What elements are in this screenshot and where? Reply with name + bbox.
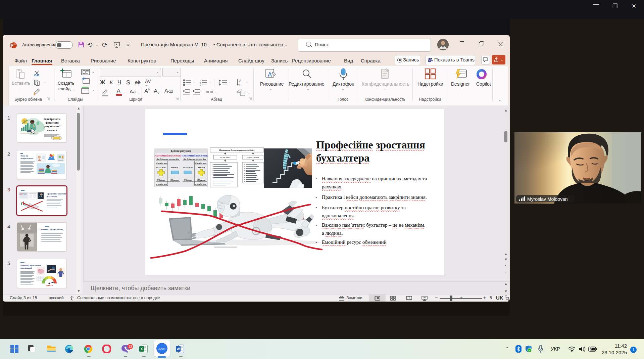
svg-text:13: 13 (128, 345, 132, 349)
svg-text:Оборот: Оборот (184, 179, 192, 181)
svg-text:Технічна сторона обліку: Технічна сторона обліку (39, 228, 63, 230)
svg-text:Сальдо поч.: Сальдо поч. (156, 162, 168, 164)
svg-text:Тема та: Тема та (20, 154, 29, 157)
svg-text:важливості: важливості (20, 267, 32, 269)
svg-text:zoom: zoom (158, 347, 165, 350)
svg-text:бухгалтера: бухгалтера (47, 195, 57, 197)
svg-text:ПАСИВНИЙ РАХУНОК: ПАСИВНИЙ РАХУНОК (182, 154, 208, 157)
svg-text:W: W (177, 347, 180, 351)
svg-text:Професійне зростання: Професійне зростання (47, 193, 66, 195)
svg-text:Сальдо кін.: Сальдо кін. (156, 183, 167, 185)
svg-text:Принципи бухгалтерського облік: Принципи бухгалтерського обліку (219, 149, 255, 151)
svg-text:P: P (11, 44, 13, 47)
svg-text:Я: Я (239, 83, 242, 87)
svg-text:Приклад практичної: Приклад практичної (20, 264, 41, 266)
svg-text:Сальдо поч.: Сальдо поч. (195, 162, 207, 164)
svg-text:Відобразити: Відобразити (44, 117, 60, 121)
svg-text:T: T (429, 60, 430, 61)
svg-text:фінансові: фінансові (45, 121, 59, 124)
svg-text:ОСНОВНІ: ОСНОВНІ (220, 156, 230, 159)
svg-text:результяти і: результяти і (44, 125, 60, 128)
svg-text:ПОТОЧНІ: ПОТОЧНІ (156, 166, 166, 169)
svg-text:STRESS: STRESS (46, 284, 53, 286)
svg-text:Оборот: Оборот (157, 179, 165, 181)
svg-text:Дт № і назва рахунку Кт: Дт № і назва рахунку Кт (156, 158, 179, 160)
svg-text:ЗМІНИ: ЗМІНИ (197, 166, 205, 169)
svg-text:ПОТОЧНІ: ПОТОЧНІ (183, 166, 193, 169)
svg-text:АКТИВНИЙ РАХУНОК: АКТИВНИЙ РАХУНОК (155, 154, 181, 157)
svg-text:Сальдо кін.: Сальдо кін. (195, 183, 206, 185)
svg-text:A: A (268, 71, 272, 78)
svg-text:2: 2 (200, 82, 201, 84)
svg-text:X: X (140, 347, 143, 351)
svg-text:Будова рахунків: Будова рахунків (170, 149, 191, 152)
svg-text:вижити: вижити (47, 129, 57, 132)
svg-text:Оборот: Оборот (197, 179, 206, 181)
svg-text:1: 1 (200, 80, 201, 82)
svg-text:Оборот: Оборот (170, 179, 179, 181)
svg-text:ЗМІНИ: ЗМІНИ (170, 166, 179, 169)
svg-text:3: 3 (200, 84, 201, 86)
svg-text:актуальність: актуальність (20, 157, 34, 160)
svg-text:A: A (239, 79, 241, 82)
svg-text:Myroslav Moldovan: Myroslav Moldovan (527, 196, 568, 202)
svg-text:ДОДАТКОВІ: ДОДАТКОВІ (247, 156, 259, 159)
svg-text:Дт № і назва рахунку Кт: Дт № і назва рахунку Кт (183, 158, 206, 160)
